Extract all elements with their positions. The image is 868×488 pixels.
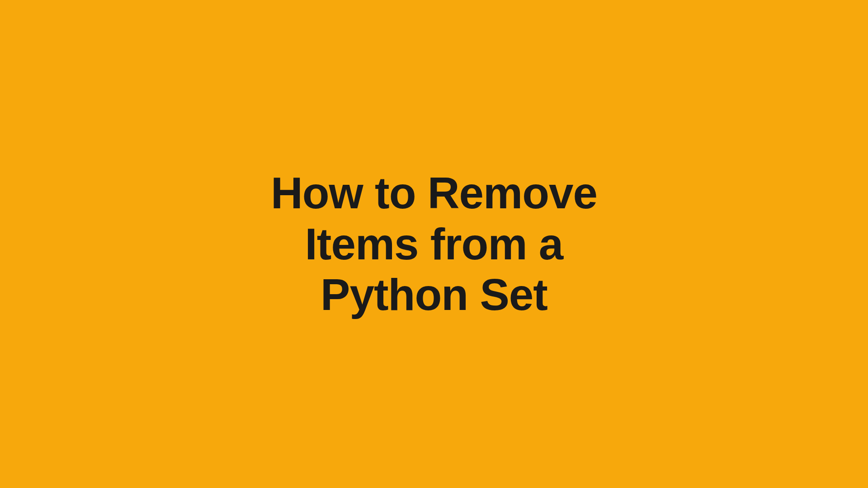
- title-line-2: Items from a: [305, 219, 563, 269]
- title-line-3: Python Set: [321, 270, 547, 319]
- title-line-1: How to Remove: [271, 168, 597, 218]
- page-title: How to Remove Items from a Python Set: [271, 168, 597, 320]
